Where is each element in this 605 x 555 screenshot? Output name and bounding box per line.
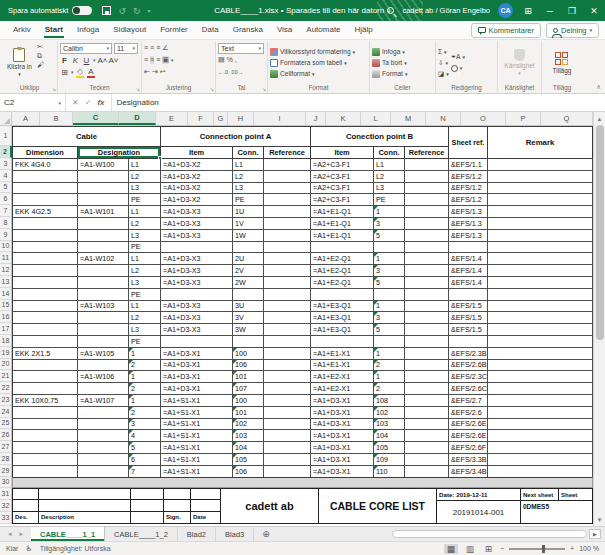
cell[interactable] xyxy=(13,430,78,442)
cell[interactable] xyxy=(13,407,78,419)
cell[interactable]: =A1-W100 xyxy=(78,159,129,171)
sheet-tab-blad2[interactable]: Blad2 xyxy=(178,527,216,541)
comma-icon[interactable]: , xyxy=(235,56,237,64)
cell[interactable] xyxy=(264,442,311,454)
cell[interactable] xyxy=(264,407,311,419)
tab-formler[interactable]: Formler xyxy=(153,22,195,38)
cell[interactable] xyxy=(78,218,129,230)
cell[interactable] xyxy=(488,289,593,301)
row-header-12[interactable]: 12 xyxy=(0,264,11,276)
cell[interactable]: PE xyxy=(129,242,161,254)
vertical-scroll-thumb[interactable] xyxy=(596,125,604,340)
cell[interactable]: =A1+E3-Q1 xyxy=(311,301,374,313)
cell[interactable] xyxy=(488,312,593,324)
cell[interactable] xyxy=(161,289,233,301)
cell[interactable]: =A1-W103 xyxy=(78,301,129,313)
row-header-3[interactable]: 3 xyxy=(0,158,11,170)
cell[interactable] xyxy=(13,360,78,372)
cell[interactable]: PE xyxy=(129,194,161,206)
cell[interactable]: 1 xyxy=(129,395,161,407)
cell[interactable] xyxy=(78,183,129,195)
cell[interactable]: =A1+D3-X1 xyxy=(311,407,374,419)
cell[interactable]: =A1+D3-X1 xyxy=(161,383,233,395)
tab-data[interactable]: Data xyxy=(195,22,226,38)
cell[interactable]: EKK 2X1.5 xyxy=(13,348,78,360)
cell[interactable]: EKK 4G2.5 xyxy=(13,206,78,218)
header-sheet-ref[interactable]: Sheet ref. xyxy=(449,127,488,159)
tab-granska[interactable]: Granska xyxy=(226,22,270,38)
cell[interactable]: =A1+S1-X1 xyxy=(161,407,233,419)
cell[interactable]: 5 xyxy=(374,230,405,242)
cell[interactable] xyxy=(488,395,593,407)
row-header-32[interactable]: 32 xyxy=(0,500,11,512)
cell[interactable] xyxy=(13,218,78,230)
row-header-21[interactable]: 21 xyxy=(0,370,11,382)
column-header-Q[interactable]: Q xyxy=(541,112,593,125)
header-connection-point-b[interactable]: Conection point B xyxy=(311,127,449,147)
cell[interactable] xyxy=(405,171,449,183)
cell[interactable]: &EFS/1.4 xyxy=(449,265,488,277)
cell[interactable] xyxy=(13,171,78,183)
column-header-F[interactable]: F xyxy=(188,112,214,125)
sheet-tab-cable-1-2[interactable]: CABLE____1_2 xyxy=(105,527,178,541)
cell[interactable]: =A2+C3-F1 xyxy=(311,159,374,171)
cell[interactable]: =A1+D3-X3 xyxy=(161,206,233,218)
cell[interactable]: L3 xyxy=(129,183,161,195)
row-header-13[interactable]: 13 xyxy=(0,276,11,288)
cell[interactable]: 102 xyxy=(233,419,264,431)
cell[interactable]: &EFS/1.2 xyxy=(449,183,488,195)
column-header-L[interactable]: L xyxy=(361,112,391,125)
cell[interactable] xyxy=(405,253,449,265)
row-header-28[interactable]: 28 xyxy=(0,453,11,465)
row-header-4[interactable]: 4 xyxy=(0,170,11,182)
cell[interactable] xyxy=(264,206,311,218)
cell[interactable]: =A1+D3-X3 xyxy=(161,265,233,277)
tab-scroll-left-icon[interactable]: ◂ xyxy=(8,530,12,538)
cell[interactable] xyxy=(405,360,449,372)
cell[interactable] xyxy=(405,265,449,277)
cell[interactable] xyxy=(78,289,129,301)
number-format-select[interactable]: Text xyxy=(218,43,264,54)
scroll-down-icon[interactable]: ▼ xyxy=(594,513,605,526)
cell[interactable]: =A1+E1-X1 xyxy=(311,348,374,360)
cell[interactable] xyxy=(488,442,593,454)
cell[interactable] xyxy=(488,159,593,171)
grow-font-button[interactable]: A˄ xyxy=(98,56,107,65)
delete-cells-button[interactable]: Ta bort▾ xyxy=(372,58,433,68)
header-conn-b[interactable]: Conn. xyxy=(374,147,405,159)
cell[interactable]: L3 xyxy=(374,183,405,195)
column-header-N[interactable]: N xyxy=(426,112,461,125)
cell[interactable]: =A1+D3-X1 xyxy=(311,454,374,466)
cell[interactable] xyxy=(264,265,311,277)
cell[interactable]: 3 xyxy=(129,419,161,431)
row-header-9[interactable]: 9 xyxy=(0,229,11,241)
new-sheet-icon[interactable]: ⊕ xyxy=(254,527,278,541)
cell[interactable]: &EFS/1.1 xyxy=(449,159,488,171)
cell[interactable] xyxy=(488,371,593,383)
page-layout-view-icon[interactable]: ▥ xyxy=(463,544,477,554)
cell[interactable]: L3 xyxy=(233,183,264,195)
tab-automate[interactable]: Automate xyxy=(299,22,347,38)
cell[interactable]: 1W xyxy=(233,230,264,242)
autosave-toggle[interactable] xyxy=(72,6,92,15)
cell[interactable] xyxy=(488,348,593,360)
maximize-button[interactable]: ❐ xyxy=(565,6,579,16)
cell[interactable]: 106 xyxy=(233,360,264,372)
cell[interactable]: 100 xyxy=(233,348,264,360)
column-header-C[interactable]: C xyxy=(73,112,119,125)
cell[interactable]: L2 xyxy=(374,171,405,183)
cell[interactable] xyxy=(264,348,311,360)
cell[interactable]: =A2+C3-F1 xyxy=(311,194,374,206)
cell[interactable] xyxy=(488,407,593,419)
cell[interactable]: &EFS/3.3B xyxy=(449,454,488,466)
formula-input[interactable] xyxy=(112,94,605,111)
cell[interactable]: =A1+D3-X1 xyxy=(161,360,233,372)
column-header-E[interactable]: E xyxy=(156,112,188,125)
increase-decimal-icon[interactable]: ←.0 xyxy=(218,68,228,76)
cell[interactable] xyxy=(405,218,449,230)
cell[interactable] xyxy=(78,324,129,336)
cell[interactable]: FKK 4G4.0 xyxy=(13,159,78,171)
cell[interactable]: =A1+E2-X1 xyxy=(311,383,374,395)
cell[interactable] xyxy=(405,159,449,171)
accessibility-icon[interactable]: ♿ xyxy=(25,544,32,553)
